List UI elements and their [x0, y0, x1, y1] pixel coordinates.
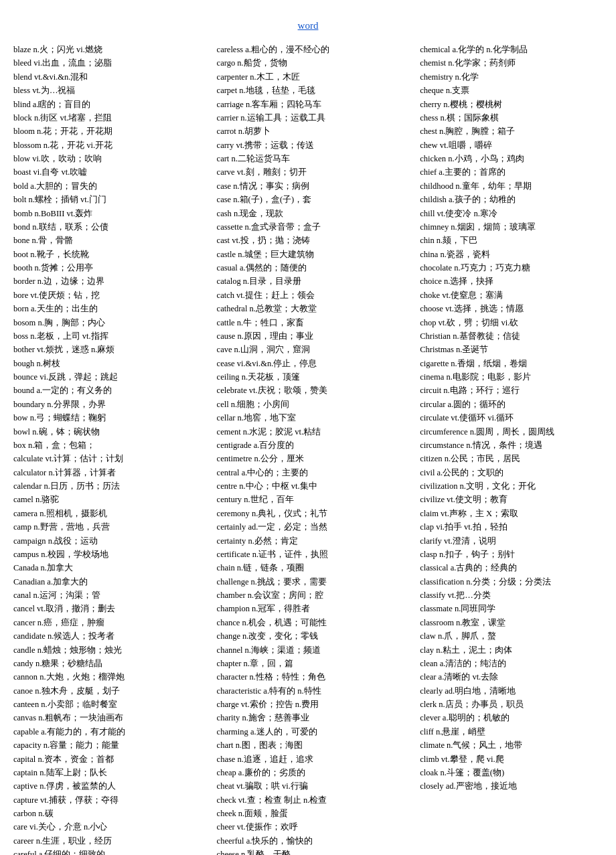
- list-item: canoe n.独木舟，皮艇，划子: [13, 685, 196, 698]
- list-item: cheer vt.使振作；欢呼: [217, 821, 400, 834]
- list-item: bloom n.花；开花，开花期: [13, 125, 196, 138]
- list-item: chest n.胸腔，胸膛；箱子: [420, 125, 603, 138]
- list-item: boot n.靴子，长统靴: [13, 248, 196, 261]
- list-item: cannon n.大炮，火炮；榴弹炮: [13, 671, 196, 684]
- list-item: citizen n.公民；市民，居民: [420, 453, 603, 465]
- list-item: bowl n.碗，钵；碗状物: [13, 426, 196, 439]
- list-item: classification n.分类；分级；分类法: [420, 576, 603, 589]
- list-item: calendar n.日历，历书；历法: [13, 480, 196, 493]
- list-item: blow vi.吹，吹动；吹响: [13, 153, 196, 165]
- list-item: climb vt.攀登，爬 vi.爬: [420, 753, 603, 766]
- list-item: bomb n.BoBIII vt.轰炸: [13, 208, 196, 220]
- list-item: classmate n.同班同学: [420, 603, 603, 615]
- list-item: case n.情况；事实；病例: [217, 180, 400, 193]
- column-3: chemical a.化学的 n.化学制品chemist n.化学家；药剂师ch…: [420, 44, 603, 855]
- list-item: centre n.中心；中枢 vt.集中: [217, 480, 400, 493]
- list-item: capital n.资本，资金；首都: [13, 753, 196, 766]
- list-item: clay n.粘土，泥土；肉体: [420, 644, 603, 657]
- list-item: blend vt.&vi.&n.混和: [13, 71, 196, 84]
- list-item: bone n.骨，骨骼: [13, 234, 196, 247]
- list-item: catch vt.提住；赶上；领会: [217, 289, 400, 302]
- list-item: carrot n.胡萝卜: [217, 125, 400, 138]
- list-item: charge vt.索价；控告 n.费用: [217, 698, 400, 711]
- list-item: clearly ad.明白地，清晰地: [420, 685, 603, 698]
- list-item: certainty n.必然；肯定: [217, 535, 400, 548]
- list-item: chin n.颏，下巴: [420, 234, 603, 247]
- list-item: cellar n.地窖，地下室: [217, 412, 400, 424]
- list-item: cherry n.樱桃；樱桃树: [420, 98, 603, 111]
- list-item: bough n.树枝: [13, 358, 196, 370]
- list-item: clap vi.拍手 vt.拍，轻拍: [420, 521, 603, 534]
- list-item: chart n.图，图表；海图: [217, 739, 400, 752]
- list-item: castle n.城堡；巨大建筑物: [217, 248, 400, 261]
- list-item: circumference n.圆周，周长，圆周线: [420, 426, 603, 439]
- list-item: cheek n.面颊，脸蛋: [217, 807, 400, 820]
- list-item: chill vt.使变冷 n.寒冷: [420, 208, 603, 220]
- list-item: bow n.弓；蝴蝶结；鞠躬: [13, 412, 196, 424]
- list-item: candy n.糖果；砂糖结晶: [13, 657, 196, 670]
- list-item: clear a.清晰的 vt.去除: [420, 671, 603, 684]
- list-item: care vi.关心，介意 n.小心: [13, 821, 196, 834]
- list-item: capable a.有能力的，有才能的: [13, 726, 196, 739]
- list-item: careless a.粗心的，漫不经心的: [217, 44, 400, 56]
- list-item: bond n.联结，联系；公债: [13, 221, 196, 234]
- list-item: chess n.棋；国际象棋: [420, 112, 603, 125]
- list-item: box n.箱，盒；包箱；: [13, 439, 196, 452]
- list-item: carry vt.携带；运载；传送: [217, 139, 400, 152]
- list-item: choke vt.使窒息；塞满: [420, 289, 603, 302]
- list-item: calculate vt.计算；估计；计划: [13, 453, 196, 465]
- list-item: clerk n.店员；办事员，职员: [420, 698, 603, 711]
- list-item: character n.性格；特性；角色: [217, 671, 400, 684]
- list-item: bore vt.使厌烦；钻，挖: [13, 289, 196, 302]
- list-item: cart n.二轮运货马车: [217, 153, 400, 165]
- list-item: change n.改变，变化；零钱: [217, 630, 400, 643]
- list-item: campaign n.战役；运动: [13, 535, 196, 548]
- list-item: chief a.主要的；首席的: [420, 166, 603, 179]
- list-item: champion n.冠军，得胜者: [217, 603, 400, 615]
- list-item: cease vi.&vi.&n.停止，停息: [217, 358, 400, 370]
- list-item: chicken n.小鸡，小鸟；鸡肉: [420, 153, 603, 165]
- list-item: cheap a.廉价的；劣质的: [217, 767, 400, 779]
- list-item: charming a.迷人的，可爱的: [217, 726, 400, 739]
- list-item: case n.箱(子)，盒(子)，套: [217, 193, 400, 206]
- list-item: bolt n.螺栓；插销 vt.门门: [13, 193, 196, 206]
- list-item: cheese n.乳酪，干酪: [217, 848, 400, 855]
- list-item: climate n.气候；风土，地带: [420, 739, 603, 752]
- list-item: china n.瓷器，瓷料: [420, 248, 603, 261]
- column-1: blaze n.火；闪光 vi.燃烧bleed vi.出血，流血；泌脂blend…: [13, 44, 196, 855]
- list-item: capture vt.捕获，俘获；夺得: [13, 794, 196, 807]
- list-item: cinema n.电影院；电影，影片: [420, 371, 603, 384]
- list-item: camera n.照相机，摄影机: [13, 508, 196, 520]
- list-item: boast vi.自夸 vt.吹嘘: [13, 166, 196, 179]
- list-item: calculator n.计算器，计算者: [13, 467, 196, 479]
- word-link[interactable]: word: [298, 20, 319, 31]
- list-item: classroom n.教室，课堂: [420, 617, 603, 629]
- list-item: cheque n.支票: [420, 84, 603, 97]
- list-item: Canada n.加拿大: [13, 562, 196, 574]
- list-item: century n.世纪，百年: [217, 493, 400, 506]
- list-item: clasp n.扣子，钩子；别针: [420, 548, 603, 561]
- list-item: canteen n.小卖部；临时餐室: [13, 698, 196, 711]
- list-item: chop vt.砍，劈；切细 vi.砍: [420, 317, 603, 329]
- list-item: cathedral n.总教堂；大教堂: [217, 303, 400, 315]
- list-item: blaze n.火；闪光 vi.燃烧: [13, 44, 196, 56]
- list-item: cave n.山洞，洞穴，窟洞: [217, 343, 400, 356]
- list-item: blind a.瞎的；盲目的: [13, 98, 196, 111]
- list-item: classical a.古典的；经典的: [420, 562, 603, 574]
- list-item: cloak n.斗篷；覆盖(物): [420, 767, 603, 779]
- list-item: clean a.清洁的；纯洁的: [420, 657, 603, 670]
- list-item: career n.生涯，职业，经历: [13, 835, 196, 848]
- list-item: challenge n.挑战；要求，需要: [217, 576, 400, 589]
- list-item: claim vt.声称，主 X；索取: [420, 508, 603, 520]
- list-item: ceremony n.典礼，仪式；礼节: [217, 508, 400, 520]
- list-item: cigarette n.香烟，纸烟，卷烟: [420, 358, 603, 370]
- list-item: civil a.公民的；文职的: [420, 467, 603, 479]
- list-item: childhood n.童年，幼年；早期: [420, 180, 603, 193]
- list-item: closely ad.严密地，接近地: [420, 780, 603, 793]
- list-item: bother vt.烦扰，迷惑 n.麻烦: [13, 343, 196, 356]
- list-item: block n.街区 vt.堵塞，拦阻: [13, 112, 196, 125]
- list-item: catalog n.目录，目录册: [217, 275, 400, 288]
- list-item: circulate vt.使循环 vi.循环: [420, 412, 603, 424]
- list-item: carpet n.地毯，毡垫，毛毯: [217, 84, 400, 97]
- list-item: central a.中心的；主要的: [217, 467, 400, 479]
